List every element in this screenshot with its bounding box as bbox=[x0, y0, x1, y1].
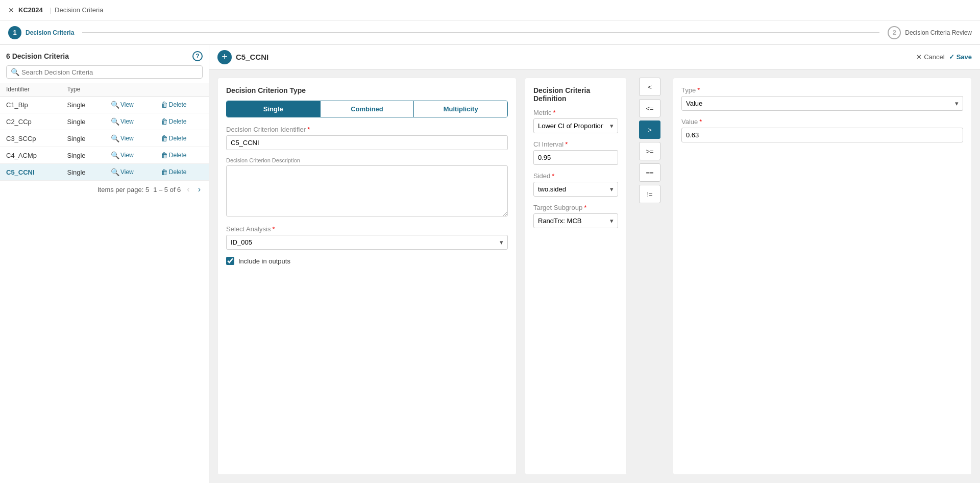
operator-btn-[interactable]: != bbox=[639, 185, 660, 203]
row-view[interactable]: 🔍 View bbox=[105, 164, 155, 181]
value-type-select[interactable]: Value bbox=[682, 96, 963, 110]
close-icon[interactable]: ✕ bbox=[8, 6, 14, 14]
subgroup-label: Target Subgroup * bbox=[533, 204, 618, 211]
sided-label: Sided * bbox=[533, 172, 618, 180]
form-area: Decision Criterion Type SingleCombinedMu… bbox=[209, 69, 980, 483]
step-1: 1 Decision Criteria bbox=[8, 26, 74, 39]
identifier-label: Decision Criterion Identifier * bbox=[226, 126, 508, 133]
prev-page-btn[interactable]: ‹ bbox=[185, 185, 191, 194]
row-delete[interactable]: 🗑 Delete bbox=[155, 130, 209, 147]
panel-title: 6 Decision Criteria bbox=[6, 52, 69, 60]
table-row[interactable]: C5_CCNI Single 🔍 View 🗑 Delete bbox=[0, 164, 209, 181]
value-label: Value * bbox=[681, 118, 963, 126]
left-panel-header: 6 Decision Criteria ? bbox=[0, 51, 209, 65]
ci-label: CI Interval * bbox=[533, 140, 618, 148]
value-input[interactable] bbox=[681, 128, 963, 142]
next-page-btn[interactable]: › bbox=[196, 185, 203, 194]
description-label: Decision Criterion Description bbox=[226, 157, 508, 163]
view-icon: 🔍 bbox=[111, 168, 119, 176]
row-view[interactable]: 🔍 View bbox=[105, 96, 155, 113]
row-delete[interactable]: 🗑 Delete bbox=[155, 147, 209, 164]
view-link[interactable]: 🔍 View bbox=[111, 117, 134, 126]
delete-link[interactable]: 🗑 Delete bbox=[161, 101, 187, 109]
search-input[interactable] bbox=[21, 68, 198, 76]
row-view[interactable]: 🔍 View bbox=[105, 130, 155, 147]
add-criterion-btn[interactable]: + bbox=[217, 50, 232, 64]
col-type: Type bbox=[61, 83, 105, 96]
delete-link[interactable]: 🗑 Delete bbox=[161, 134, 187, 142]
analysis-select[interactable]: ID_005 bbox=[227, 235, 507, 249]
view-icon: 🔍 bbox=[111, 134, 119, 142]
delete-label: Delete bbox=[169, 101, 187, 108]
row-identifier: C5_CCNI bbox=[0, 164, 61, 181]
help-icon[interactable]: ? bbox=[192, 51, 203, 61]
row-delete[interactable]: 🗑 Delete bbox=[155, 164, 209, 181]
definition-title: Decision Criteria Definition bbox=[533, 86, 618, 103]
view-label: View bbox=[120, 135, 134, 142]
operator-btn-[interactable]: >= bbox=[639, 142, 660, 160]
operator-btn-[interactable]: <= bbox=[639, 99, 660, 117]
search-box: 🔍 bbox=[6, 65, 203, 79]
row-type: Single bbox=[61, 147, 105, 164]
pagination: Items per page: 5 1 – 5 of 6 ‹ › bbox=[0, 181, 209, 198]
subgroup-select[interactable]: RandTrx: MCB bbox=[534, 214, 618, 228]
description-group: Decision Criterion Description bbox=[226, 157, 508, 218]
identifier-required: * bbox=[307, 126, 310, 133]
header-actions: ✕ Cancel ✓ Save bbox=[916, 53, 972, 61]
type-label: Type * bbox=[681, 86, 963, 94]
right-content: + C5_CCNI ✕ Cancel ✓ Save Decision Crite… bbox=[209, 45, 980, 483]
cancel-btn[interactable]: ✕ Cancel bbox=[916, 53, 944, 61]
view-link[interactable]: 🔍 View bbox=[111, 101, 134, 109]
sided-group: Sided * two.sided ▾ bbox=[533, 172, 618, 197]
step-2-label: Decision Criteria Review bbox=[905, 29, 972, 36]
stepper: 1 Decision Criteria 2 Decision Criteria … bbox=[0, 20, 980, 45]
view-link[interactable]: 🔍 View bbox=[111, 134, 134, 142]
cancel-label: Cancel bbox=[924, 53, 944, 61]
row-delete[interactable]: 🗑 Delete bbox=[155, 96, 209, 113]
delete-icon: 🗑 bbox=[161, 134, 168, 142]
view-icon: 🔍 bbox=[111, 151, 119, 159]
row-view[interactable]: 🔍 View bbox=[105, 147, 155, 164]
operator-btn-[interactable]: < bbox=[639, 78, 660, 96]
type-btn-combined[interactable]: Combined bbox=[321, 101, 414, 117]
criteria-table: Identifier Type C1_Blp Single 🔍 View 🗑 D… bbox=[0, 83, 209, 181]
view-link[interactable]: 🔍 View bbox=[111, 168, 134, 176]
type-btn-single[interactable]: Single bbox=[227, 101, 321, 117]
analysis-group: Select Analysis * ID_005 ▾ bbox=[226, 225, 508, 250]
identifier-input[interactable] bbox=[226, 135, 508, 150]
view-label: View bbox=[120, 168, 134, 176]
sided-select[interactable]: two.sided bbox=[534, 182, 618, 196]
save-label: Save bbox=[957, 53, 972, 61]
ci-input[interactable] bbox=[533, 150, 618, 165]
table-row[interactable]: C2_CCp Single 🔍 View 🗑 Delete bbox=[0, 113, 209, 130]
row-view[interactable]: 🔍 View bbox=[105, 113, 155, 130]
save-btn[interactable]: ✓ Save bbox=[949, 53, 972, 61]
col-identifier: Identifier bbox=[0, 83, 61, 96]
metric-label: Metric * bbox=[533, 109, 618, 116]
metric-group: Metric * Lower CI of Proportion ▾ bbox=[533, 109, 618, 133]
row-identifier: C1_Blp bbox=[0, 96, 61, 113]
table-row[interactable]: C4_ACMp Single 🔍 View 🗑 Delete bbox=[0, 147, 209, 164]
delete-icon: 🗑 bbox=[161, 101, 168, 109]
cancel-icon: ✕ bbox=[916, 53, 922, 61]
delete-link[interactable]: 🗑 Delete bbox=[161, 168, 187, 176]
view-link[interactable]: 🔍 View bbox=[111, 151, 134, 159]
app-name: KC2024 bbox=[18, 6, 43, 14]
subgroup-group: Target Subgroup * RandTrx: MCB ▾ bbox=[533, 204, 618, 228]
operator-btn-[interactable]: == bbox=[639, 163, 660, 182]
type-btn-multiplicity[interactable]: Multiplicity bbox=[414, 101, 507, 117]
table-row[interactable]: C3_SCCp Single 🔍 View 🗑 Delete bbox=[0, 130, 209, 147]
type-toggle: SingleCombinedMultiplicity bbox=[226, 101, 508, 117]
description-textarea[interactable] bbox=[226, 165, 508, 216]
metric-select[interactable]: Lower CI of Proportion bbox=[534, 119, 618, 133]
operator-btn-[interactable]: > bbox=[639, 120, 660, 139]
delete-link[interactable]: 🗑 Delete bbox=[161, 117, 187, 126]
include-outputs-checkbox[interactable] bbox=[226, 257, 234, 265]
subgroup-select-wrapper: RandTrx: MCB ▾ bbox=[533, 213, 618, 228]
delete-link[interactable]: 🗑 Delete bbox=[161, 151, 187, 159]
table-row[interactable]: C1_Blp Single 🔍 View 🗑 Delete bbox=[0, 96, 209, 113]
row-type: Single bbox=[61, 130, 105, 147]
row-delete[interactable]: 🗑 Delete bbox=[155, 113, 209, 130]
view-icon: 🔍 bbox=[111, 117, 119, 126]
analysis-select-wrapper: ID_005 ▾ bbox=[226, 235, 508, 250]
